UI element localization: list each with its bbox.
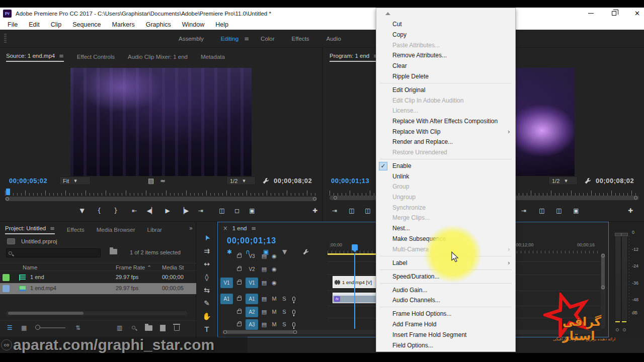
track-target-v1[interactable]: V1 <box>246 278 258 288</box>
track-header-a2[interactable]: A2▤MS <box>220 306 297 318</box>
menu-item-edit-original[interactable]: Edit Original <box>376 85 515 96</box>
menu-item-restore-unrendered[interactable]: Restore Unrendered <box>376 147 515 158</box>
mark-out-icon[interactable]: } <box>109 204 122 217</box>
track-options-icon[interactable]: ▤ <box>260 253 268 259</box>
program-resolution-dropdown[interactable]: 1/2▾ <box>548 176 578 185</box>
track-header-a3[interactable]: A3▤MS <box>220 318 297 330</box>
menu-item-add-frame-hold[interactable]: Add Frame Hold <box>376 319 515 330</box>
minimize-button[interactable] <box>588 13 594 14</box>
menubar-item-clip[interactable]: Clip <box>45 21 67 28</box>
source-settings-wrench-icon[interactable] <box>262 177 269 185</box>
workspace-tab-editing[interactable]: Editing <box>212 36 247 42</box>
track-options-icon[interactable]: ▤ <box>260 266 268 273</box>
menu-item-audio-channels[interactable]: Audio Channels... <box>376 295 515 306</box>
go-to-out-icon[interactable]: ⇥ <box>517 204 530 217</box>
type-tool[interactable]: T <box>200 323 214 335</box>
lock-icon[interactable] <box>237 254 242 258</box>
track-target-a2[interactable]: A2 <box>246 307 258 317</box>
workspace-tab-audio[interactable]: Audio <box>318 36 350 42</box>
menu-item-license[interactable]: License... <box>376 106 515 116</box>
track-header-v1[interactable]: V1V1▤◉ <box>220 277 278 289</box>
track-header-v2[interactable]: V2▤◉ <box>220 263 278 275</box>
menubar-item-edit[interactable]: Edit <box>23 21 45 28</box>
drag-audio-icon[interactable]: ≈ <box>160 177 166 185</box>
menu-item-frame-hold-options[interactable]: Frame Hold Options... <box>376 309 515 319</box>
program-button-editor-icon[interactable]: ✚ <box>624 204 637 217</box>
step-forward-icon[interactable]: ▕▶ <box>178 204 191 217</box>
program-settings-wrench-icon[interactable] <box>584 177 591 185</box>
zoom-slider-track[interactable] <box>39 327 65 328</box>
voiceover-mic-icon[interactable] <box>292 310 295 314</box>
icon-view-icon[interactable]: ▦ <box>21 324 27 331</box>
restore-button[interactable] <box>612 11 616 16</box>
lock-icon[interactable] <box>237 267 242 271</box>
menubar-item-graphics[interactable]: Graphics <box>140 21 177 28</box>
panel-menu-icon[interactable]: ≡ <box>50 225 55 232</box>
panel-menu-icon[interactable]: ≡ <box>59 52 64 59</box>
tab-media-browser[interactable]: Media Browser <box>97 227 135 233</box>
solo-button[interactable]: S <box>280 321 288 327</box>
track-options-icon[interactable]: ▤ <box>260 309 268 315</box>
menu-item-render-and-replace[interactable]: Render and Replace... <box>376 137 515 147</box>
tab-source-1-end-mp4[interactable]: Source: 1 end.mp4≡ <box>6 52 64 62</box>
mute-button[interactable]: M <box>270 309 278 315</box>
menu-item-synchronize[interactable]: Synchronize <box>376 202 515 213</box>
tab-project-untitled[interactable]: Project: Untitled≡ <box>5 225 55 234</box>
menubar-item-sequence[interactable]: Sequence <box>67 21 106 28</box>
menu-item-replace-with-clip[interactable]: Replace With Clip› <box>376 126 515 137</box>
menu-item-remove-attributes[interactable]: Remove Attributes... <box>376 50 515 61</box>
source-patch-v1[interactable]: V1 <box>220 278 233 288</box>
source-button-editor-icon[interactable]: ✚ <box>308 204 321 217</box>
menubar-item-window[interactable]: Window <box>177 21 210 28</box>
menubar-item-help[interactable]: Help <box>210 21 234 28</box>
mark-in-icon[interactable]: { <box>93 204 106 217</box>
new-item-icon[interactable] <box>160 325 166 331</box>
menu-item-copy[interactable]: Copy <box>376 30 515 40</box>
list-view-icon[interactable]: ☰ <box>7 324 13 331</box>
menu-scroll-up-icon[interactable] <box>385 12 390 15</box>
lift-icon[interactable]: ◫ <box>535 204 548 217</box>
hand-tool[interactable]: ✋ <box>200 310 214 322</box>
timeline-playhead[interactable] <box>352 244 358 250</box>
menu-item-cut[interactable]: Cut <box>376 19 515 30</box>
menu-item-insert-frame-hold-segment[interactable]: Insert Frame Hold Segment <box>376 330 515 340</box>
tab-program-monitor[interactable]: Program: 1 end≡ <box>330 52 378 62</box>
solo-button[interactable]: S <box>280 296 288 302</box>
tab-metadata[interactable]: Metadata <box>201 54 225 60</box>
extract-icon[interactable]: ◫ <box>361 204 374 217</box>
menubar-item-markers[interactable]: Markers <box>107 21 140 28</box>
menu-item-unlink[interactable]: Unlink <box>376 171 515 182</box>
search-bin-icon[interactable] <box>110 249 117 254</box>
extract-icon[interactable]: ◫ <box>552 204 566 217</box>
menu-item-merge-clips[interactable]: Merge Clips... <box>376 213 515 223</box>
menu-item-paste-attributes[interactable]: Paste Attributes... <box>376 40 515 50</box>
track-options-icon[interactable]: ▤ <box>260 321 268 328</box>
step-back-icon[interactable]: ◀▏ <box>145 204 158 217</box>
track-target-v2[interactable]: V2 <box>246 264 258 275</box>
track-options-icon[interactable]: ▤ <box>260 280 268 286</box>
toggle-track-output-eye-icon[interactable]: ◉ <box>270 280 278 286</box>
clear-trash-icon[interactable] <box>174 325 180 331</box>
menu-item-audio-gain[interactable]: Audio Gain... <box>376 285 515 295</box>
razor-tool[interactable]: ◊ <box>200 271 214 283</box>
track-target-a3[interactable]: A3 <box>246 319 258 330</box>
slip-tool[interactable]: ⇆ <box>200 284 214 296</box>
lock-icon[interactable] <box>237 310 242 314</box>
play-icon[interactable]: ▶ <box>161 204 174 217</box>
project-file-name[interactable]: Untitled.prproj <box>21 238 57 244</box>
project-row-1-end-mp4[interactable]: 1 end.mp429.97 fps00;00;05 <box>0 283 196 294</box>
find-icon[interactable] <box>132 326 135 329</box>
track-options-icon[interactable]: ▤ <box>260 296 268 302</box>
tab-librar[interactable]: Librar <box>147 227 162 233</box>
drag-video-icon[interactable]: ▤ <box>148 177 154 185</box>
selection-tool[interactable]: ➤ <box>198 229 215 247</box>
timeline-settings-wrench-icon[interactable] <box>302 249 309 255</box>
timeline-tab-label[interactable]: 1 end <box>232 225 247 231</box>
lock-icon[interactable] <box>237 281 242 285</box>
menu-item-ripple-delete[interactable]: Ripple Delete <box>376 71 515 81</box>
voiceover-mic-icon[interactable] <box>292 322 295 327</box>
menu-item-ungroup[interactable]: Ungroup <box>376 192 515 203</box>
export-frame-icon[interactable]: ▣ <box>570 204 583 217</box>
sort-icons-icon[interactable]: ⇅ <box>75 324 80 331</box>
source-patch-a1[interactable]: A1 <box>220 294 233 304</box>
